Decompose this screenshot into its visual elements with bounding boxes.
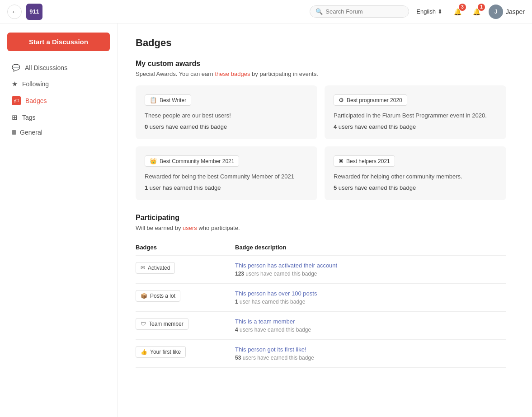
sidebar-item-label: Badges: [25, 97, 47, 104]
badge-desc-title: This person has activated their account: [235, 262, 506, 269]
badge-row-label: Your first like: [150, 349, 181, 355]
desc-suffix: by participating in events.: [250, 70, 318, 77]
alerts-button[interactable]: 🔔 1: [470, 5, 484, 19]
badge-cards-grid: 📋 Best Writer These people are our best …: [136, 85, 506, 200]
badge-tag-label: Best Community Member 2021: [160, 158, 234, 164]
table-badge-tag[interactable]: 📦 Posts a lot: [136, 290, 180, 302]
badge-desc-title: This is a team member: [235, 318, 506, 325]
header: ← 911 🔍 English ⇕ 🔔 3 🔔 1 J Jasper: [0, 0, 532, 23]
earned-label: users have earned this badge: [337, 123, 416, 130]
badge-tag-best-helpers[interactable]: ✖ Best helpers 2021: [334, 155, 395, 167]
table-badge-cell: ✉ Activated: [136, 256, 235, 284]
table-badge-tag[interactable]: 👍 Your first like: [136, 346, 186, 358]
logo[interactable]: 911: [26, 4, 42, 20]
tag-icon: 🏷: [14, 98, 19, 104]
participating-section: Participating Will be earned by users wh…: [136, 214, 506, 368]
badge-card-earned: 0 users have earned this badge: [145, 123, 308, 130]
badge-count: 1: [235, 299, 238, 305]
search-icon: 🔍: [315, 8, 323, 15]
part-prefix: Will be earned by: [136, 225, 183, 231]
language-chevron-icon: ⇕: [438, 8, 443, 15]
badge-desc-sub: 53 users have earned this badge: [235, 355, 506, 361]
badge-row-label: Posts a lot: [150, 293, 175, 299]
badge-desc-sub: 4 users have earned this badge: [235, 327, 506, 333]
tag-dot-icon: [12, 130, 16, 135]
table-desc-cell: This person has activated their account …: [235, 256, 506, 284]
table-row: 📦 Posts a lot This person has over 100 p…: [136, 284, 506, 312]
page-title: Badges: [136, 37, 506, 49]
badge-card-earned: 5 users have earned this badge: [334, 184, 497, 191]
sidebar-item-all-discussions[interactable]: 💬 All Discussions: [7, 60, 110, 75]
participating-table: Badges Badge description ✉ Activated Thi…: [136, 240, 506, 368]
search-bar[interactable]: 🔍: [310, 5, 409, 18]
badge-card-desc: Rewarded for being the best Community Me…: [145, 173, 308, 180]
main-content: Badges My custom awards Special Awards. …: [118, 23, 524, 417]
part-suffix: who participate.: [197, 225, 240, 231]
table-badge-tag[interactable]: ✉ Activated: [136, 262, 175, 274]
badge-tag-best-writer[interactable]: 📋 Best Writer: [145, 94, 191, 106]
participating-title: Participating: [136, 214, 506, 222]
badge-desc-title: This person has over 100 posts: [235, 290, 506, 297]
sidebar-item-following[interactable]: ★ Following: [7, 76, 110, 92]
table-desc-cell: This person got its first like! 53 users…: [235, 340, 506, 368]
search-input[interactable]: [325, 8, 403, 15]
crown-icon: 👑: [150, 158, 157, 164]
desc-prefix: Special Awards. You can earn: [136, 70, 215, 77]
earned-label: users have earned this badge: [337, 184, 416, 191]
badge-card-desc: These people are our best users!: [145, 112, 308, 119]
badge-row-icon: ✉: [141, 265, 145, 271]
sidebar: Start a Discussion 💬 All Discussions ★ F…: [0, 23, 118, 417]
sidebar-item-badges[interactable]: 🏷 Badges: [7, 93, 110, 109]
part-link[interactable]: users: [183, 225, 197, 231]
custom-awards-section: My custom awards Special Awards. You can…: [136, 60, 506, 200]
layout: Start a Discussion 💬 All Discussions ★ F…: [0, 23, 532, 417]
badge-card-best-writer: 📋 Best Writer These people are our best …: [136, 85, 317, 139]
desc-link[interactable]: these badges: [215, 70, 250, 77]
badge-row-icon: 👍: [141, 349, 147, 355]
table-desc-cell: This person has over 100 posts 1 user ha…: [235, 284, 506, 312]
header-icons: 🔔 3 🔔 1: [451, 5, 484, 19]
logo-text: 911: [29, 8, 39, 15]
sidebar-item-tags[interactable]: ⊞ Tags: [7, 110, 110, 125]
user-menu[interactable]: J Jasper: [489, 5, 525, 19]
earned-label: user has earned this badge: [148, 184, 221, 191]
badge-tag-label: Best Writer: [160, 97, 186, 103]
username-label: Jasper: [506, 8, 525, 15]
badge-desc-sub: 1 user has earned this badge: [235, 299, 506, 305]
badge-count: 4: [235, 327, 238, 333]
badge-card-desc: Participated in the Flarum Best Programm…: [334, 112, 497, 119]
badge-row-icon: 🛡: [141, 321, 146, 327]
table-row: 👍 Your first like This person got its fi…: [136, 340, 506, 368]
sidebar-nav: 💬 All Discussions ★ Following 🏷 Badges ⊞…: [7, 60, 110, 125]
sidebar-item-label: Tags: [22, 114, 36, 121]
back-button[interactable]: ←: [7, 5, 22, 19]
badges-icon-box: 🏷: [12, 96, 21, 105]
book-icon: 📋: [150, 97, 157, 103]
badge-card-community-member: 👑 Best Community Member 2021 Rewarded fo…: [136, 146, 317, 200]
sidebar-item-label: All Discussions: [25, 64, 67, 71]
earned-label: users have earned this badge: [148, 123, 227, 130]
table-badge-cell: 📦 Posts a lot: [136, 284, 235, 312]
notifications-button[interactable]: 🔔 3: [451, 5, 465, 19]
table-header-desc: Badge description: [235, 240, 506, 256]
badge-card-best-programmer: ⚙ Best programmer 2020 Participated in t…: [325, 85, 506, 139]
language-label: English: [416, 8, 436, 15]
badge-card-desc: Rewarded for helping other community mem…: [334, 173, 497, 180]
badge-tag-community-member[interactable]: 👑 Best Community Member 2021: [145, 155, 239, 167]
language-selector[interactable]: English ⇕: [416, 8, 444, 15]
grid-icon: ⊞: [12, 113, 18, 122]
badge-tag-best-programmer[interactable]: ⚙ Best programmer 2020: [334, 94, 407, 106]
sidebar-item-label: Following: [22, 80, 49, 88]
alerts-count: 1: [478, 4, 485, 11]
avatar-initials: J: [494, 8, 498, 15]
table-desc-cell: This is a team member 4 users have earne…: [235, 312, 506, 340]
sidebar-item-general[interactable]: General: [7, 126, 110, 139]
table-badge-cell: 👍 Your first like: [136, 340, 235, 368]
table-row: ✉ Activated This person has activated th…: [136, 256, 506, 284]
badge-count: 123: [235, 271, 244, 277]
start-discussion-button[interactable]: Start a Discussion: [7, 33, 110, 51]
badge-row-label: Activated: [148, 265, 170, 271]
table-header-badges: Badges: [136, 240, 235, 256]
table-badge-tag[interactable]: 🛡 Team member: [136, 318, 188, 330]
badge-card-earned: 1 user has earned this badge: [145, 184, 308, 191]
